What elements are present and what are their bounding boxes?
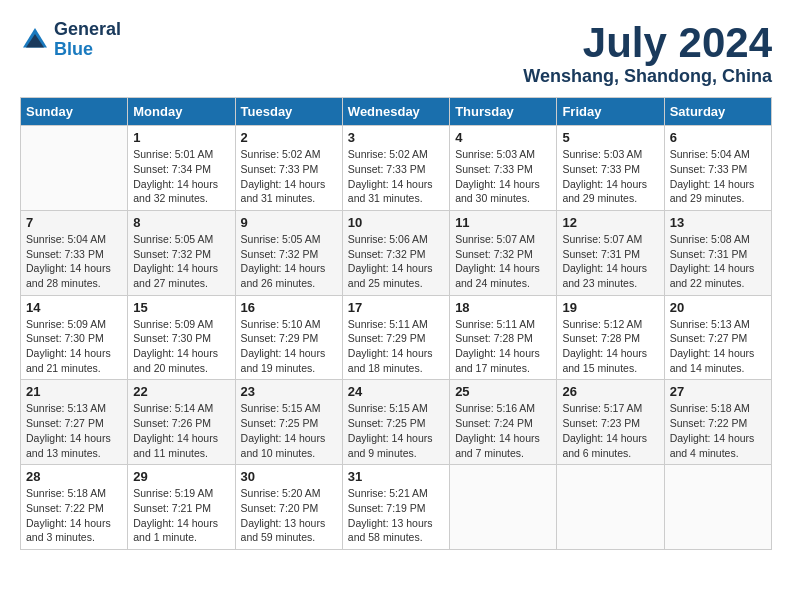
day-info: Sunrise: 5:14 AM Sunset: 7:26 PM Dayligh…	[133, 401, 229, 460]
day-number: 24	[348, 384, 444, 399]
calendar-cell	[450, 465, 557, 550]
calendar-cell: 22Sunrise: 5:14 AM Sunset: 7:26 PM Dayli…	[128, 380, 235, 465]
day-number: 28	[26, 469, 122, 484]
calendar-cell: 20Sunrise: 5:13 AM Sunset: 7:27 PM Dayli…	[664, 295, 771, 380]
calendar-cell: 21Sunrise: 5:13 AM Sunset: 7:27 PM Dayli…	[21, 380, 128, 465]
calendar-cell: 7Sunrise: 5:04 AM Sunset: 7:33 PM Daylig…	[21, 210, 128, 295]
calendar-cell: 30Sunrise: 5:20 AM Sunset: 7:20 PM Dayli…	[235, 465, 342, 550]
calendar-cell: 4Sunrise: 5:03 AM Sunset: 7:33 PM Daylig…	[450, 126, 557, 211]
calendar-cell: 23Sunrise: 5:15 AM Sunset: 7:25 PM Dayli…	[235, 380, 342, 465]
day-info: Sunrise: 5:03 AM Sunset: 7:33 PM Dayligh…	[455, 147, 551, 206]
calendar-header-saturday: Saturday	[664, 98, 771, 126]
day-number: 3	[348, 130, 444, 145]
day-number: 21	[26, 384, 122, 399]
day-number: 5	[562, 130, 658, 145]
logo: General Blue	[20, 20, 121, 60]
calendar-cell	[21, 126, 128, 211]
day-number: 12	[562, 215, 658, 230]
calendar-header-sunday: Sunday	[21, 98, 128, 126]
day-info: Sunrise: 5:03 AM Sunset: 7:33 PM Dayligh…	[562, 147, 658, 206]
calendar-cell: 15Sunrise: 5:09 AM Sunset: 7:30 PM Dayli…	[128, 295, 235, 380]
calendar-cell: 1Sunrise: 5:01 AM Sunset: 7:34 PM Daylig…	[128, 126, 235, 211]
day-number: 10	[348, 215, 444, 230]
day-info: Sunrise: 5:18 AM Sunset: 7:22 PM Dayligh…	[670, 401, 766, 460]
location-subtitle: Wenshang, Shandong, China	[523, 66, 772, 87]
day-info: Sunrise: 5:07 AM Sunset: 7:32 PM Dayligh…	[455, 232, 551, 291]
day-number: 13	[670, 215, 766, 230]
day-info: Sunrise: 5:19 AM Sunset: 7:21 PM Dayligh…	[133, 486, 229, 545]
calendar-cell: 3Sunrise: 5:02 AM Sunset: 7:33 PM Daylig…	[342, 126, 449, 211]
day-number: 9	[241, 215, 337, 230]
day-info: Sunrise: 5:18 AM Sunset: 7:22 PM Dayligh…	[26, 486, 122, 545]
day-info: Sunrise: 5:05 AM Sunset: 7:32 PM Dayligh…	[241, 232, 337, 291]
day-number: 15	[133, 300, 229, 315]
calendar-cell: 27Sunrise: 5:18 AM Sunset: 7:22 PM Dayli…	[664, 380, 771, 465]
day-number: 27	[670, 384, 766, 399]
calendar-header-tuesday: Tuesday	[235, 98, 342, 126]
calendar-cell: 17Sunrise: 5:11 AM Sunset: 7:29 PM Dayli…	[342, 295, 449, 380]
day-number: 14	[26, 300, 122, 315]
calendar-cell: 13Sunrise: 5:08 AM Sunset: 7:31 PM Dayli…	[664, 210, 771, 295]
day-info: Sunrise: 5:20 AM Sunset: 7:20 PM Dayligh…	[241, 486, 337, 545]
day-info: Sunrise: 5:12 AM Sunset: 7:28 PM Dayligh…	[562, 317, 658, 376]
day-number: 11	[455, 215, 551, 230]
day-number: 7	[26, 215, 122, 230]
calendar-cell: 8Sunrise: 5:05 AM Sunset: 7:32 PM Daylig…	[128, 210, 235, 295]
day-number: 26	[562, 384, 658, 399]
day-info: Sunrise: 5:17 AM Sunset: 7:23 PM Dayligh…	[562, 401, 658, 460]
calendar-header-wednesday: Wednesday	[342, 98, 449, 126]
day-info: Sunrise: 5:16 AM Sunset: 7:24 PM Dayligh…	[455, 401, 551, 460]
day-number: 23	[241, 384, 337, 399]
day-info: Sunrise: 5:21 AM Sunset: 7:19 PM Dayligh…	[348, 486, 444, 545]
day-info: Sunrise: 5:02 AM Sunset: 7:33 PM Dayligh…	[348, 147, 444, 206]
day-info: Sunrise: 5:11 AM Sunset: 7:29 PM Dayligh…	[348, 317, 444, 376]
day-info: Sunrise: 5:01 AM Sunset: 7:34 PM Dayligh…	[133, 147, 229, 206]
calendar-cell: 6Sunrise: 5:04 AM Sunset: 7:33 PM Daylig…	[664, 126, 771, 211]
day-info: Sunrise: 5:15 AM Sunset: 7:25 PM Dayligh…	[348, 401, 444, 460]
day-number: 31	[348, 469, 444, 484]
logo-icon	[20, 25, 50, 55]
day-number: 6	[670, 130, 766, 145]
title-block: July 2024 Wenshang, Shandong, China	[523, 20, 772, 87]
day-info: Sunrise: 5:11 AM Sunset: 7:28 PM Dayligh…	[455, 317, 551, 376]
day-info: Sunrise: 5:15 AM Sunset: 7:25 PM Dayligh…	[241, 401, 337, 460]
day-number: 30	[241, 469, 337, 484]
day-info: Sunrise: 5:04 AM Sunset: 7:33 PM Dayligh…	[26, 232, 122, 291]
calendar-cell: 12Sunrise: 5:07 AM Sunset: 7:31 PM Dayli…	[557, 210, 664, 295]
day-info: Sunrise: 5:13 AM Sunset: 7:27 PM Dayligh…	[670, 317, 766, 376]
calendar-cell: 11Sunrise: 5:07 AM Sunset: 7:32 PM Dayli…	[450, 210, 557, 295]
page-header: General Blue July 2024 Wenshang, Shandon…	[20, 20, 772, 87]
calendar-cell: 31Sunrise: 5:21 AM Sunset: 7:19 PM Dayli…	[342, 465, 449, 550]
calendar-cell: 28Sunrise: 5:18 AM Sunset: 7:22 PM Dayli…	[21, 465, 128, 550]
day-number: 25	[455, 384, 551, 399]
calendar-cell: 26Sunrise: 5:17 AM Sunset: 7:23 PM Dayli…	[557, 380, 664, 465]
calendar-cell: 18Sunrise: 5:11 AM Sunset: 7:28 PM Dayli…	[450, 295, 557, 380]
day-info: Sunrise: 5:09 AM Sunset: 7:30 PM Dayligh…	[133, 317, 229, 376]
day-number: 22	[133, 384, 229, 399]
calendar-cell: 19Sunrise: 5:12 AM Sunset: 7:28 PM Dayli…	[557, 295, 664, 380]
calendar-cell: 9Sunrise: 5:05 AM Sunset: 7:32 PM Daylig…	[235, 210, 342, 295]
day-number: 17	[348, 300, 444, 315]
day-number: 18	[455, 300, 551, 315]
day-number: 4	[455, 130, 551, 145]
calendar-cell: 24Sunrise: 5:15 AM Sunset: 7:25 PM Dayli…	[342, 380, 449, 465]
day-number: 1	[133, 130, 229, 145]
day-number: 29	[133, 469, 229, 484]
calendar-cell: 10Sunrise: 5:06 AM Sunset: 7:32 PM Dayli…	[342, 210, 449, 295]
calendar-header-friday: Friday	[557, 98, 664, 126]
day-info: Sunrise: 5:02 AM Sunset: 7:33 PM Dayligh…	[241, 147, 337, 206]
day-number: 19	[562, 300, 658, 315]
day-info: Sunrise: 5:08 AM Sunset: 7:31 PM Dayligh…	[670, 232, 766, 291]
day-info: Sunrise: 5:09 AM Sunset: 7:30 PM Dayligh…	[26, 317, 122, 376]
calendar-cell: 29Sunrise: 5:19 AM Sunset: 7:21 PM Dayli…	[128, 465, 235, 550]
day-info: Sunrise: 5:13 AM Sunset: 7:27 PM Dayligh…	[26, 401, 122, 460]
day-info: Sunrise: 5:05 AM Sunset: 7:32 PM Dayligh…	[133, 232, 229, 291]
calendar-cell: 5Sunrise: 5:03 AM Sunset: 7:33 PM Daylig…	[557, 126, 664, 211]
day-info: Sunrise: 5:10 AM Sunset: 7:29 PM Dayligh…	[241, 317, 337, 376]
calendar-table: SundayMondayTuesdayWednesdayThursdayFrid…	[20, 97, 772, 550]
month-title: July 2024	[523, 20, 772, 66]
calendar-cell: 2Sunrise: 5:02 AM Sunset: 7:33 PM Daylig…	[235, 126, 342, 211]
day-info: Sunrise: 5:06 AM Sunset: 7:32 PM Dayligh…	[348, 232, 444, 291]
calendar-cell: 14Sunrise: 5:09 AM Sunset: 7:30 PM Dayli…	[21, 295, 128, 380]
calendar-cell: 25Sunrise: 5:16 AM Sunset: 7:24 PM Dayli…	[450, 380, 557, 465]
